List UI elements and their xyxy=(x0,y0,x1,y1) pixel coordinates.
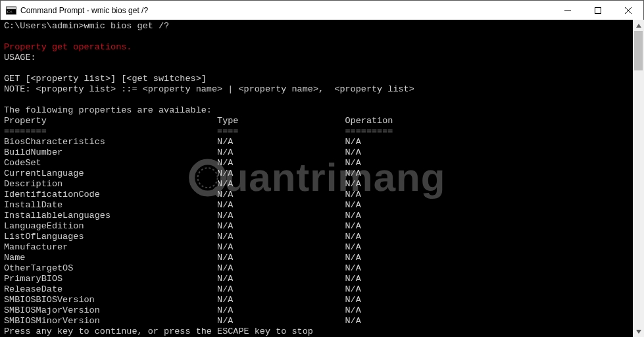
scroll-track[interactable] xyxy=(633,31,644,326)
svg-rect-4 xyxy=(595,7,601,13)
terminal-viewport[interactable]: C:\Users\admin>wmic bios get /? Property… xyxy=(0,20,633,337)
minimize-button[interactable] xyxy=(553,1,583,20)
window-frame: C:\ Command Prompt - wmic bios get /? C:… xyxy=(0,0,644,337)
svg-text:C:\: C:\ xyxy=(7,10,12,14)
window-title: Command Prompt - wmic bios get /? xyxy=(20,6,553,15)
app-icon: C:\ xyxy=(6,5,16,16)
svg-marker-10 xyxy=(636,24,641,28)
maximize-button[interactable] xyxy=(583,1,613,20)
window-controls xyxy=(553,1,643,20)
svg-rect-1 xyxy=(7,7,16,9)
scroll-down-button[interactable] xyxy=(633,326,644,337)
scroll-thumb[interactable] xyxy=(634,31,643,70)
titlebar[interactable]: C:\ Command Prompt - wmic bios get /? xyxy=(1,1,643,20)
scroll-up-button[interactable] xyxy=(633,20,644,31)
vertical-scrollbar[interactable] xyxy=(633,20,644,337)
svg-marker-11 xyxy=(636,330,641,334)
close-button[interactable] xyxy=(613,1,643,20)
terminal-output: C:\Users\admin>wmic bios get /? Property… xyxy=(0,20,633,337)
